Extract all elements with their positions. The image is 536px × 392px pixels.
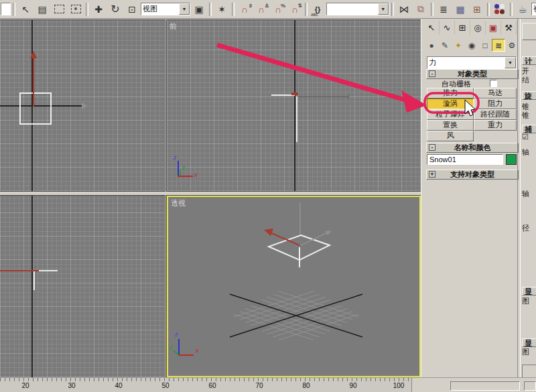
display-rollout-header-clipped[interactable]: 显 xyxy=(522,338,536,347)
viewport-top-left[interactable] xyxy=(0,20,165,191)
layers-glyph: ≣ xyxy=(440,4,448,15)
param-label-clipped: 图 xyxy=(522,296,529,306)
supports-rollout-header[interactable]: + 支持对象类型 xyxy=(426,170,519,180)
checkbox-clipped[interactable]: ☑ xyxy=(522,133,529,141)
ruler-number: 30 xyxy=(64,382,80,389)
snap-3d-icon[interactable]: ∩3 xyxy=(237,2,253,17)
pbomb-button[interactable]: 粒子爆炸 xyxy=(427,109,474,120)
select-manipulate-icon[interactable]: ✶ xyxy=(214,2,230,17)
path-follow-button[interactable]: 路径跟随 xyxy=(474,109,517,120)
tripod-y-axis xyxy=(174,350,179,355)
force-type-dropdown[interactable]: 力 ▼ xyxy=(427,56,517,69)
render-view-dropdown[interactable]: 视图 ▼ xyxy=(531,3,536,15)
tab-create[interactable]: ↖ xyxy=(424,21,440,35)
rectangular-region-icon[interactable] xyxy=(51,2,67,17)
helpers-icon: □ xyxy=(482,41,487,50)
category-lights[interactable]: ✦ xyxy=(452,39,465,52)
push-button[interactable]: 推力 xyxy=(427,88,474,99)
category-systems[interactable]: ⚙ xyxy=(505,39,519,52)
dropdown-arrow-icon[interactable]: ▼ xyxy=(505,57,516,68)
tab-utilities[interactable]: ⚒ xyxy=(501,21,517,35)
gizmo-direction-arrow-icon xyxy=(82,103,88,109)
gravity-button[interactable]: 重力 xyxy=(474,120,517,131)
displace-button[interactable]: 置换 xyxy=(427,120,474,131)
reference-coordsys-dropdown[interactable]: 视图 ▼ xyxy=(141,3,190,15)
tab-modify[interactable]: ∿ xyxy=(440,21,455,35)
select-icon[interactable]: ↖ xyxy=(17,2,34,17)
ruler-ticks xyxy=(0,378,411,381)
clipped-button xyxy=(522,23,536,40)
collapse-icon[interactable]: - xyxy=(429,144,436,151)
ruler-number: 70 xyxy=(251,382,267,389)
tab-display[interactable]: ▣ xyxy=(486,21,501,35)
named-selection-dropdown[interactable]: ▼ xyxy=(326,3,389,15)
curve-editor-icon[interactable]: ▦ xyxy=(452,2,468,17)
bottom-bar: 20 30 40 50 60 70 80 90 100 xyxy=(0,377,536,392)
scale-icon[interactable]: ⊡ xyxy=(124,2,140,17)
display-rollout-header-clipped[interactable]: 显 xyxy=(522,287,536,296)
angle-snap-icon[interactable]: ∩∆ xyxy=(253,2,269,17)
render-setup-icon[interactable]: ☕ xyxy=(515,2,531,17)
dropdown-arrow-icon[interactable]: ▼ xyxy=(378,3,389,15)
autogrid-checkbox[interactable] xyxy=(490,80,497,87)
viewport-bottom-left[interactable] xyxy=(0,196,165,377)
viewport-front[interactable]: 前 z y x xyxy=(167,20,421,191)
move-icon[interactable]: ✚ xyxy=(90,2,107,17)
material-editor-icon[interactable] xyxy=(492,2,508,17)
collapse-icon[interactable]: - xyxy=(429,70,436,77)
param-label-clipped: 轴 xyxy=(522,189,529,199)
category-helpers[interactable]: □ xyxy=(478,39,492,52)
object-type-rollout-header[interactable]: - 对象类型 xyxy=(426,69,519,79)
tripod-x-axis xyxy=(178,176,193,177)
vortex-shape-rollout-header-clipped[interactable]: 旋 xyxy=(522,91,536,100)
select-glyph: ↖ xyxy=(21,4,29,15)
motor-button[interactable]: 马达 xyxy=(474,88,517,99)
dropdown-arrow-icon[interactable]: ▼ xyxy=(179,3,190,15)
percent-snap-icon[interactable]: ∩% xyxy=(270,2,286,17)
category-geometry[interactable]: ● xyxy=(425,39,438,52)
drag-button[interactable]: 阻力 xyxy=(474,99,517,109)
track-bar-ruler[interactable]: 20 30 40 50 60 70 80 90 100 xyxy=(0,378,412,392)
viewport-perspective-label[interactable]: 透视 xyxy=(171,198,186,208)
lights-icon: ✦ xyxy=(455,41,462,50)
mirror-icon[interactable]: ⋈ xyxy=(396,2,412,17)
category-cameras[interactable]: ◉ xyxy=(465,39,478,52)
toolbar-partial-widget[interactable] xyxy=(1,3,11,15)
move-glyph: ✚ xyxy=(94,4,103,15)
tab-hierarchy[interactable]: ⊞ xyxy=(455,21,470,35)
tripod-y-label: y xyxy=(182,164,186,170)
select-by-name-icon[interactable]: ▤ xyxy=(34,2,50,17)
vortex-button[interactable]: 漩涡 xyxy=(427,99,474,109)
viewport-perspective[interactable]: 透视 xyxy=(167,196,421,377)
object-name-input[interactable] xyxy=(427,154,503,165)
name-color-rollout-header[interactable]: - 名称和颜色 xyxy=(426,143,519,153)
vortex-gizmo-square[interactable] xyxy=(19,92,52,125)
ruler-number: 40 xyxy=(111,382,127,389)
crossing-region-icon[interactable] xyxy=(68,2,84,17)
vortex-gizmo-red-arrowhead-icon xyxy=(264,228,273,236)
toolbar-separator xyxy=(510,3,513,16)
wind-button[interactable]: 风 xyxy=(427,131,474,141)
object-color-swatch[interactable] xyxy=(506,154,517,165)
viewport-front-label[interactable]: 前 xyxy=(170,21,177,31)
timing-rollout-header-clipped[interactable]: 计 xyxy=(522,56,536,65)
vortex-gizmo-red-arrow xyxy=(270,233,299,245)
spinner-snap-icon[interactable]: ∩⇅ xyxy=(287,2,303,17)
param-label-clipped: 径 xyxy=(522,223,529,233)
expand-icon[interactable]: + xyxy=(429,171,436,178)
status-field xyxy=(524,381,536,391)
use-pivot-center-icon[interactable]: ▣ xyxy=(191,2,207,17)
toolbar-separator xyxy=(431,3,433,16)
rotate-icon[interactable]: ↻ xyxy=(107,2,123,17)
toolbar-separator xyxy=(487,3,490,16)
category-space-warps[interactable]: ≋ xyxy=(492,39,505,52)
create-tab-icon: ↖ xyxy=(428,23,436,33)
named-selection-sets-icon[interactable]: {}ABC xyxy=(310,2,326,17)
layer-manager-icon[interactable]: ≣ xyxy=(436,2,452,17)
tab-motion[interactable]: ◎ xyxy=(470,21,486,35)
named-selection-value xyxy=(327,3,378,15)
align-icon[interactable]: ⧉ xyxy=(413,2,429,17)
category-shapes[interactable]: ✎ xyxy=(438,39,452,52)
material-editor-glyph xyxy=(494,4,505,15)
schematic-view-icon[interactable]: ⊞ xyxy=(469,2,485,17)
